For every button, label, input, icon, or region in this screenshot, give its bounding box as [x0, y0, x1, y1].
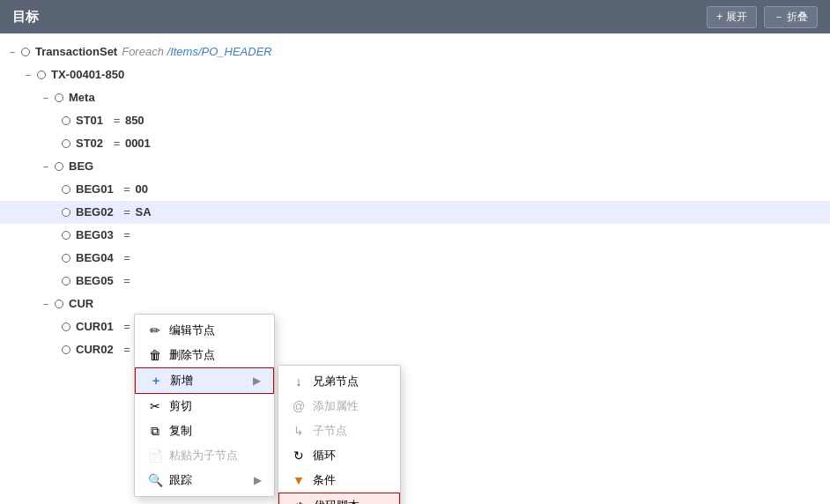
ctx-paste-label: 粘贴为子节点 [169, 448, 238, 463]
header: 目标 + 展开 － 折叠 [0, 0, 830, 33]
node-name-st01: ST01 [76, 111, 103, 130]
node-name-beg01: BEG01 [76, 180, 114, 199]
edit-icon: ✏ [147, 323, 163, 337]
tree-row[interactable]: － TX-00401-850 [0, 63, 830, 86]
tree-row[interactable]: ST01 = 850 [0, 109, 830, 132]
condition-icon: ▼ [291, 473, 307, 487]
sibling-icon: ↓ [291, 374, 307, 389]
child-icon: ↳ [291, 424, 307, 438]
trace-icon: 🔍 [147, 473, 163, 487]
node-name-st02: ST02 [76, 134, 103, 153]
tree-row-beg02[interactable]: BEG02 = SA [0, 201, 830, 224]
ctx-condition-label: 条件 [313, 472, 336, 488]
tree-area: － TransactionSet Foreach /Items/PO_HEADE… [0, 33, 830, 504]
node-attr-beg04: = [119, 248, 136, 268]
tree-circle [21, 48, 30, 56]
node-name-meta: Meta [69, 88, 95, 107]
expand-button[interactable]: + 展开 [707, 6, 756, 28]
ctx-loop[interactable]: ↻ 循环 [278, 443, 400, 468]
tree-circle [37, 70, 46, 79]
node-name-cur01: CUR01 [76, 317, 114, 337]
node-attr-cur01: = [119, 317, 136, 337]
tree-dash: － [41, 294, 51, 314]
tree-row[interactable]: － BEG [0, 155, 830, 178]
tree-circle [55, 300, 63, 308]
ctx-code-label: 代码脚本 [314, 498, 359, 504]
ctx-trace-label: 跟踪 [169, 472, 192, 488]
ctx-code-script[interactable]: </> 代码脚本 [278, 493, 400, 504]
tree-row[interactable]: － TransactionSet Foreach /Items/PO_HEADE… [0, 41, 830, 63]
delete-icon: 🗑 [147, 348, 163, 362]
tree-dash: － [41, 88, 51, 107]
tree-row[interactable]: BEG05 = [0, 270, 830, 293]
node-path: /Items/PO_HEADER [164, 42, 272, 62]
trace-submenu-arrow: ▶ [254, 474, 262, 486]
tree-circle [62, 208, 70, 217]
tree-circle [62, 345, 70, 354]
ctx-new[interactable]: + 新增 ▶ ↓ 兄弟节点 @ 添加属性 ↳ 子节点 ↻ 循 [135, 367, 274, 394]
ctx-edit-node[interactable]: ✏ 编辑节点 [135, 318, 274, 343]
tree-row[interactable]: BEG01 = 00 [0, 178, 830, 201]
tree-dash: － [7, 42, 18, 62]
tree-dash: － [23, 65, 33, 85]
ctx-cut[interactable]: ✂ 剪切 [135, 394, 274, 419]
node-attr-st01: = 850 [108, 111, 145, 130]
tree-circle [62, 322, 70, 331]
copy-icon: ⧉ [147, 424, 163, 439]
tree-circle [62, 254, 70, 263]
ctx-condition[interactable]: ▼ 条件 [278, 468, 400, 493]
ctx-edit-node-label: 编辑节点 [169, 322, 215, 338]
tree-circle [62, 185, 70, 194]
tree-row[interactable]: BEG04 = [0, 247, 830, 270]
tree-row[interactable]: BEG03 = [0, 224, 830, 247]
tree-circle [62, 139, 70, 148]
tree-row[interactable]: ST02 = 0001 [0, 132, 830, 155]
cut-icon: ✂ [147, 399, 163, 413]
ctx-child-label: 子节点 [313, 423, 347, 439]
header-title: 目标 [12, 9, 39, 26]
ctx-sibling-label: 兄弟节点 [313, 374, 359, 389]
node-name-beg04: BEG04 [76, 248, 114, 268]
node-attr-beg03: = [119, 226, 136, 245]
tree-circle [55, 162, 63, 171]
node-name-beg02: BEG02 [76, 203, 114, 222]
node-attr-beg02: = SA [119, 203, 152, 222]
node-name-beg03: BEG03 [76, 226, 114, 245]
paste-icon: 📄 [147, 448, 163, 463]
header-buttons: + 展开 － 折叠 [707, 6, 818, 28]
tree-circle [55, 93, 63, 102]
node-name-cur: CUR [69, 294, 93, 314]
ctx-loop-label: 循环 [313, 448, 336, 463]
node-attr-beg05: = [119, 271, 136, 291]
code-icon: </> [292, 500, 308, 504]
tree-row[interactable]: CUR02 = [0, 338, 830, 361]
tree-row[interactable]: CUR01 = [0, 315, 830, 338]
tree-circle [62, 231, 70, 240]
node-foreach: Foreach [122, 42, 164, 62]
node-attr-beg01: = 00 [119, 180, 148, 199]
context-submenu: ↓ 兄弟节点 @ 添加属性 ↳ 子节点 ↻ 循环 ▼ 条件 [278, 365, 401, 504]
tree-row[interactable]: － CUR [0, 293, 830, 315]
node-attr-st02: = 0001 [108, 134, 151, 153]
ctx-delete-node[interactable]: 🗑 删除节点 [135, 343, 274, 367]
tree-dash: － [41, 157, 51, 176]
ctx-new-label: 新增 [170, 373, 193, 389]
submenu-arrow: ▶ [253, 374, 261, 387]
ctx-add-attr: @ 添加属性 [278, 394, 400, 419]
tree-row[interactable]: － Meta [0, 86, 830, 109]
ctx-sibling-node[interactable]: ↓ 兄弟节点 [278, 369, 400, 394]
node-name-cur02: CUR02 [76, 340, 114, 359]
ctx-add-attr-label: 添加属性 [313, 398, 359, 414]
node-name-transactionset: TransactionSet [35, 42, 117, 62]
tree-circle [62, 277, 70, 285]
ctx-cut-label: 剪切 [169, 398, 192, 414]
collapse-button[interactable]: － 折叠 [764, 6, 818, 28]
new-icon: + [148, 374, 164, 388]
ctx-paste-child: 📄 粘贴为子节点 [135, 443, 274, 468]
node-name-beg05: BEG05 [76, 271, 114, 291]
ctx-delete-node-label: 删除节点 [169, 347, 215, 363]
ctx-copy[interactable]: ⧉ 复制 [135, 419, 274, 443]
ctx-child-node: ↳ 子节点 [278, 419, 400, 443]
loop-icon: ↻ [291, 448, 307, 463]
ctx-trace[interactable]: 🔍 跟踪 ▶ [135, 468, 274, 493]
